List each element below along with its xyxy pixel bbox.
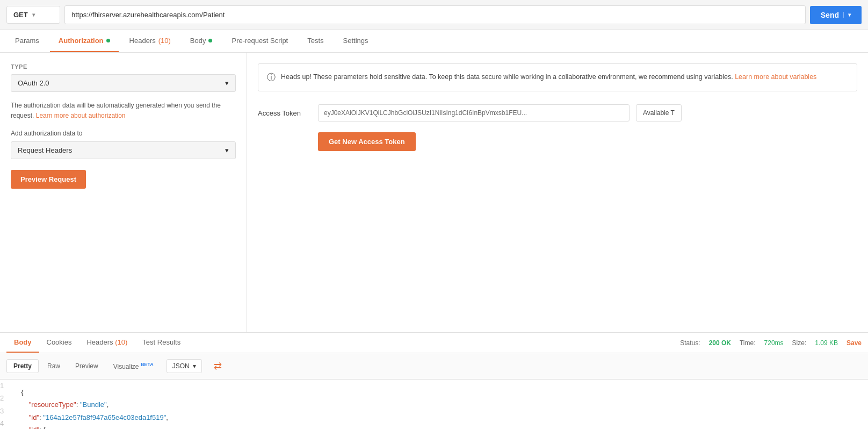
available-tokens-button[interactable]: Available T [636,104,682,121]
bottom-section: Body Cookies Headers (10) Test Results S… [0,332,868,429]
access-token-input[interactable] [318,104,630,121]
variables-link[interactable]: Learn more about variables [735,73,816,81]
send-chevron-icon: ▾ [843,12,851,18]
tab-pre-request[interactable]: Pre-request Script [223,30,296,52]
time-value: 720ms [764,339,784,347]
top-bar: GET ▾ Send ▾ [0,0,868,30]
tab-headers[interactable]: Headers (10) [121,30,179,52]
response-tab-test-results[interactable]: Test Results [135,333,188,353]
add-to-value: Request Headers [18,146,72,154]
method-chevron-icon: ▾ [32,12,35,18]
wrap-button[interactable]: ⇄ [208,358,227,375]
auth-description: The authorization data will be automatic… [11,101,236,121]
tab-tests[interactable]: Tests [299,30,332,52]
tab-params-label: Params [15,37,39,45]
status-value: 200 OK [709,339,731,347]
code-content: { "resourceType": "Bundle", "id": "164a1… [12,380,868,429]
code-line-2: "resourceType": "Bundle", [21,398,859,411]
tab-params[interactable]: Params [6,30,48,52]
response-tabs-bar: Body Cookies Headers (10) Test Results S… [0,333,868,353]
tab-body[interactable]: Body [182,30,221,52]
format-tab-preview[interactable]: Preview [69,360,105,373]
add-to-dropdown[interactable]: Request Headers ▾ [11,141,236,159]
code-line-1: { [21,386,859,398]
time-label: Time: [740,339,756,347]
line-numbers: 1 2 3 4 [0,380,12,429]
response-format-bar: Pretty Raw Preview Visualize BETA JSON ▾… [0,353,868,380]
body-dot [208,39,212,42]
auth-left-panel: TYPE OAuth 2.0 ▾ The authorization data … [0,53,247,332]
headers-count: (10) [158,37,171,45]
add-to-chevron-icon: ▾ [225,146,229,154]
tab-authorization-label: Authorization [59,37,104,45]
type-dropdown[interactable]: OAuth 2.0 ▾ [11,74,236,92]
send-label: Send [821,11,839,19]
format-tab-pretty[interactable]: Pretty [6,359,39,373]
status-label: Status: [680,339,700,347]
format-type-select[interactable]: JSON ▾ [167,359,202,373]
add-auth-label: Add authorization data to [11,130,236,137]
size-label: Size: [792,339,807,347]
type-chevron-icon: ▾ [225,79,229,87]
format-chevron-icon: ▾ [193,362,196,370]
response-status-bar: Status: 200 OK Time: 720ms Size: 1.09 KB… [680,339,862,347]
code-line-4: "id": { [21,424,859,429]
tab-authorization[interactable]: Authorization [50,30,119,52]
warning-text: Heads up! These parameters hold sensitiv… [281,72,816,82]
main-content: TYPE OAuth 2.0 ▾ The authorization data … [0,53,868,332]
type-value: OAuth 2.0 [18,79,49,87]
tab-settings[interactable]: Settings [335,30,377,52]
authorization-dot [106,39,110,42]
access-token-label: Access Token [258,109,312,117]
request-tabs-bar: Params Authorization Headers (10) Body P… [0,30,868,53]
warning-box: ⓘ Heads up! These parameters hold sensit… [258,63,857,91]
learn-more-link[interactable]: Learn more about authorization [36,112,126,119]
format-type-label: JSON [172,362,190,370]
response-tab-body[interactable]: Body [6,333,39,353]
response-tab-headers[interactable]: Headers (10) [79,333,135,353]
tab-pre-request-label: Pre-request Script [232,37,288,45]
type-label: TYPE [11,63,236,70]
beta-badge: BETA [141,362,154,367]
tab-headers-label: Headers [129,37,156,45]
warning-icon: ⓘ [267,72,276,83]
tab-body-label: Body [190,37,206,45]
url-input[interactable] [64,5,806,24]
tab-tests-label: Tests [307,37,323,45]
format-tab-visualize[interactable]: Visualize BETA [107,359,160,373]
save-response-button[interactable]: Save [847,339,862,347]
tab-settings-label: Settings [343,37,368,45]
access-token-row: Access Token Available T [258,104,857,121]
size-value: 1.09 KB [815,339,838,347]
get-token-row: Get New Access Token [318,132,857,151]
preview-request-button[interactable]: Preview Request [11,170,86,189]
method-label: GET [13,11,28,19]
method-select[interactable]: GET ▾ [6,6,60,24]
auth-right-panel: ⓘ Heads up! These parameters hold sensit… [247,53,868,332]
get-new-access-token-button[interactable]: Get New Access Token [318,132,416,151]
response-tab-cookies[interactable]: Cookies [39,333,79,353]
code-view: 1 2 3 4 { "resourceType": "Bundle", "id"… [0,380,868,429]
send-button[interactable]: Send ▾ [810,6,862,24]
format-tab-raw[interactable]: Raw [41,360,67,373]
code-line-3: "id": "164a12e57fa8f947a65e4c03eda1f519"… [21,411,859,424]
